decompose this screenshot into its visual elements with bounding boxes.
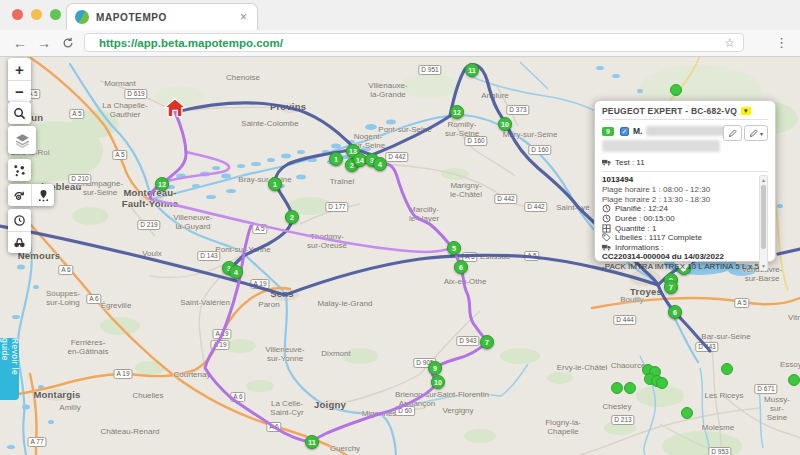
unplanned-stop-dot[interactable] — [721, 363, 733, 375]
clock-icon — [13, 214, 26, 227]
scroll-up-arrow[interactable]: ▲ — [760, 176, 767, 184]
binoculars-icon — [13, 236, 26, 249]
route-number-badge: 9 — [602, 127, 614, 136]
stop-detail-row: Plage horaire 2 : 13:30 - 18:30 — [602, 195, 756, 205]
stop-marker[interactable]: 9 — [428, 361, 442, 375]
stop-marker[interactable]: 12 — [155, 177, 169, 191]
stop-marker[interactable]: 10 — [431, 375, 445, 389]
driver-name-redacted — [646, 126, 730, 136]
stop-detail-row: Durée : 00:15:00 — [602, 214, 756, 224]
stop-marker[interactable]: 1 — [329, 152, 343, 166]
reload-icon — [62, 37, 74, 49]
pencil-icon — [728, 129, 737, 138]
browser-chrome: MAPOTEMPO × ← → https://app.beta.mapotem… — [0, 0, 800, 56]
truck-icon — [602, 158, 611, 167]
move-stops-button[interactable] — [31, 184, 54, 206]
unplanned-stop-dot[interactable] — [611, 382, 623, 394]
back-button[interactable]: ← — [10, 33, 30, 53]
rotate-icon — [13, 189, 26, 202]
stop-detail-row: Plage horaire 1 : 08:00 - 12:30 — [602, 185, 756, 195]
url-toolbar: ← → https://app.beta.mapotempo.com/ ☆ ⋮ — [0, 30, 800, 57]
time-button[interactable] — [8, 209, 31, 231]
route-visibility-checkbox[interactable]: ✓ — [620, 127, 629, 136]
chevron-down-icon: ▾ — [760, 130, 763, 137]
browser-menu-icon[interactable]: ⋮ — [775, 33, 788, 53]
reload-button[interactable] — [58, 33, 78, 53]
stop-marker[interactable]: 4 — [373, 157, 387, 171]
depot-marker[interactable] — [164, 98, 186, 122]
vehicle-title: PEUGEOT EXPERT - BC-682-VQ — [602, 106, 737, 116]
stop-marker[interactable]: 12 — [450, 105, 464, 119]
unplanned-stop-dot[interactable] — [670, 84, 682, 96]
vehicle-dropdown-caret[interactable]: ▾ — [741, 107, 751, 115]
route-popup: PEUGEOT EXPERT - BC-682-VQ ▾ 9 ✓ M. ▾ — [594, 100, 776, 262]
stop-marker[interactable]: 4 — [229, 265, 243, 279]
extra-controls — [8, 209, 31, 253]
maximize-window-button[interactable] — [50, 9, 61, 20]
driver-prefix: M. — [633, 126, 642, 136]
stop-marker[interactable]: 11 — [465, 63, 479, 77]
mapotempo-favicon — [75, 10, 89, 24]
stop-marker[interactable]: 6 — [668, 305, 682, 319]
forward-button[interactable]: → — [34, 33, 54, 53]
close-window-button[interactable] — [12, 9, 23, 20]
home-icon — [165, 99, 186, 117]
stop-marker[interactable]: 5 — [447, 241, 461, 255]
zoom-in-button[interactable]: + — [8, 58, 31, 80]
view-controls — [8, 184, 54, 206]
vehicle-meta: Test : 11 — [615, 158, 645, 167]
tab-strip: MAPOTEMPO × — [0, 0, 800, 30]
stop-marker[interactable]: 1 — [268, 177, 282, 191]
stop-detail-row: Planifié : 12:24 — [602, 204, 756, 214]
refresh-view-button[interactable] — [8, 184, 31, 206]
order-ref: CC220314-000004 du 14/03/2022 — [602, 252, 756, 261]
zoom-control: + − — [8, 58, 31, 102]
search-button[interactable] — [8, 102, 31, 124]
popup-scrollbar[interactable]: ▲ ▼ — [759, 175, 768, 271]
close-tab-icon[interactable]: × — [238, 10, 249, 24]
unplanned-stop-dot[interactable] — [681, 407, 693, 419]
pin-icon — [37, 189, 50, 202]
stop-marker[interactable]: 7 — [480, 335, 494, 349]
browser-tab[interactable]: MAPOTEMPO × — [66, 3, 258, 30]
cluster-control — [8, 159, 31, 181]
stop-id: 1013494 — [602, 175, 756, 184]
stop-detail-row: Libellés : 1117 Complete — [602, 233, 756, 243]
zoom-out-button[interactable]: − — [8, 80, 31, 102]
layers-icon — [14, 132, 31, 149]
scroll-down-arrow[interactable]: ▼ — [760, 262, 767, 270]
fit-bounds-button[interactable] — [8, 231, 31, 253]
cluster-toggle-button[interactable] — [8, 159, 31, 181]
window-controls — [12, 9, 61, 20]
search-control — [8, 102, 31, 124]
driver-info-redacted — [602, 140, 720, 152]
layers-button[interactable] — [8, 126, 36, 154]
order-desc: -PACK IMTRA IMTREX 10 L ARTINA 5 L x 5,5 — [602, 262, 756, 271]
unplanned-stop-dot[interactable] — [656, 377, 668, 389]
page-url: https://app.beta.mapotempo.com/ — [99, 37, 724, 49]
guide-tab[interactable]: Revoir le guide — [0, 338, 19, 400]
stop-marker[interactable]: 10 — [498, 117, 512, 131]
layers-control — [8, 126, 36, 154]
stop-marker[interactable]: 6 — [454, 260, 468, 274]
guide-tab-label: Revoir le guide — [0, 338, 20, 400]
pencil-icon — [749, 129, 758, 138]
tab-title: MAPOTEMPO — [96, 12, 238, 23]
search-icon — [13, 107, 26, 120]
address-bar[interactable]: https://app.beta.mapotempo.com/ ☆ — [84, 33, 744, 52]
minimize-window-button[interactable] — [31, 9, 42, 20]
scrollbar-thumb[interactable] — [761, 185, 766, 249]
stop-marker[interactable]: 11 — [305, 435, 319, 449]
stop-detail-row: Quantité : 1 — [602, 223, 756, 233]
edit-options-button[interactable]: ▾ — [744, 125, 768, 141]
stop-marker[interactable]: 2 — [285, 210, 299, 224]
cluster-icon — [13, 164, 26, 177]
unplanned-stop-dot[interactable] — [788, 374, 800, 386]
bookmark-star-icon[interactable]: ☆ — [724, 36, 735, 50]
stop-details-list: 1013494 Plage horaire 1 : 08:00 - 12:30P… — [602, 175, 768, 271]
edit-route-button[interactable] — [723, 125, 742, 141]
stop-detail-row: Informations : — [602, 243, 756, 253]
unplanned-stop-dot[interactable] — [624, 382, 636, 394]
